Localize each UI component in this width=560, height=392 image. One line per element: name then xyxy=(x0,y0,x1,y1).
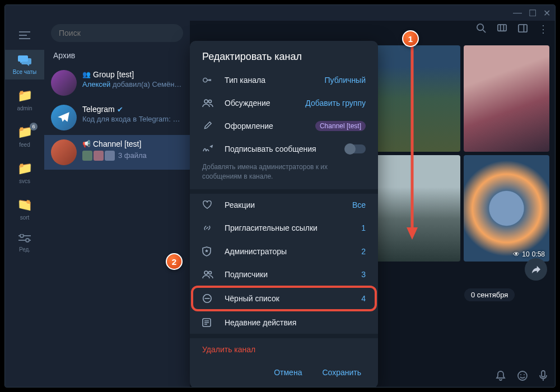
archive-row[interactable]: Архив xyxy=(44,45,190,66)
chat-item-group[interactable]: 👥Group [test] Алексей добавил(а) Семён… xyxy=(44,66,190,100)
svg-point-10 xyxy=(204,100,208,103)
row-value: 1 xyxy=(361,223,366,232)
folder-svcs[interactable]: 📁 svcs xyxy=(5,157,44,189)
badge-count: 6 xyxy=(30,123,38,130)
folder-sort[interactable]: 📁 sort xyxy=(5,193,44,225)
verified-icon: ✔ xyxy=(117,105,123,114)
chat-subtitle: Код для входа в Telegram: … xyxy=(82,115,183,123)
people-icon xyxy=(202,99,214,108)
row-channel-type[interactable]: Тип канала Публичный xyxy=(190,68,378,92)
share-button[interactable] xyxy=(525,258,547,281)
more-menu-icon[interactable]: ⋮ xyxy=(538,23,548,35)
row-label: Подписчики xyxy=(225,270,351,279)
search-input[interactable] xyxy=(51,24,183,42)
row-label: Пригласительные ссылки xyxy=(225,223,351,232)
list-icon xyxy=(202,318,214,327)
media-gallery: 👁 10 0:58 xyxy=(375,45,549,262)
shield-icon xyxy=(202,246,214,256)
nav-label: sort xyxy=(20,214,30,221)
group-icon: 👥 xyxy=(82,71,91,78)
folder-icon: 📁 xyxy=(17,88,32,103)
avatar xyxy=(51,139,77,165)
row-label: Администраторы xyxy=(225,247,351,256)
row-label: Тип канала xyxy=(225,76,314,85)
minimize-button[interactable]: — xyxy=(513,8,522,18)
chat-subtitle: 3 файла xyxy=(118,151,147,160)
hint-text: Добавлять имена администраторов к их соо… xyxy=(190,160,378,189)
chat-item-telegram[interactable]: Telegram ✔ Код для входа в Telegram: … xyxy=(44,100,190,135)
mute-icon[interactable] xyxy=(496,370,506,381)
row-invite-links[interactable]: Пригласительные ссылки 1 xyxy=(190,216,378,240)
folder-all-chats[interactable]: Все чаты xyxy=(5,50,44,80)
folder-sidebar: Все чаты 📁 admin 📁 6 feed 📁 svcs 📁 sort xyxy=(5,21,44,387)
row-value: 2 xyxy=(361,247,366,256)
nav-label: Все чаты xyxy=(13,69,36,75)
folder-icon: 📁 xyxy=(17,198,32,212)
row-delete-channel[interactable]: Удалить канал xyxy=(190,338,378,357)
svg-point-5 xyxy=(518,371,527,380)
svg-point-1 xyxy=(26,239,29,242)
maximize-button[interactable]: ☐ xyxy=(529,8,536,18)
eye-icon: 👁 xyxy=(513,250,520,258)
comments-icon[interactable] xyxy=(497,23,507,35)
media-thumbnail[interactable]: 👁 10 0:58 xyxy=(464,155,549,262)
chat-title: Telegram xyxy=(82,105,115,114)
avatar xyxy=(51,70,77,96)
row-subscribers[interactable]: Подписчики 3 xyxy=(190,263,378,286)
folder-feed[interactable]: 📁 6 feed xyxy=(5,120,44,152)
chat-subtitle: Алексей добавил(а) Семён… xyxy=(82,80,183,88)
row-theme[interactable]: Оформление Channel [test] xyxy=(190,114,378,138)
row-discussion[interactable]: Обсуждение Добавить группу xyxy=(190,92,378,114)
voice-icon[interactable] xyxy=(539,370,547,381)
row-label: Обсуждение xyxy=(225,99,295,108)
emoji-icon[interactable] xyxy=(517,370,528,381)
sidebar-toggle-icon[interactable] xyxy=(517,23,528,35)
edit-channel-modal: Редактировать канал Тип канала Публичный… xyxy=(190,41,378,388)
lock-icon xyxy=(202,75,214,85)
avatar xyxy=(51,105,77,130)
nav-label: Ред. xyxy=(19,246,30,253)
callout-2: 2 xyxy=(166,253,183,270)
row-administrators[interactable]: Администраторы 2 xyxy=(190,240,378,263)
svg-point-9 xyxy=(203,78,207,82)
separator xyxy=(190,334,378,338)
row-label: Удалить канал xyxy=(202,345,366,354)
folder-edit[interactable]: Ред. xyxy=(5,230,44,257)
chats-icon xyxy=(17,54,32,67)
svg-point-11 xyxy=(209,100,212,103)
close-button[interactable]: ✕ xyxy=(543,8,550,18)
search-icon[interactable] xyxy=(476,23,487,35)
row-reactions[interactable]: Реакции Все xyxy=(190,194,378,216)
row-blacklist[interactable]: Чёрный список 4 xyxy=(192,287,376,310)
folder-admin[interactable]: 📁 admin xyxy=(5,84,44,116)
menu-toggle-icon[interactable] xyxy=(15,25,35,45)
row-recent-actions[interactable]: Недавние действия xyxy=(190,311,378,334)
row-label: Подписывать сообщения xyxy=(225,144,335,153)
row-value: Channel [test] xyxy=(315,121,366,131)
block-icon xyxy=(202,293,214,304)
media-thumbnail[interactable] xyxy=(464,45,549,152)
window-titlebar: — ☐ ✕ xyxy=(5,5,555,21)
row-sign-messages[interactable]: Подписывать сообщения xyxy=(190,138,378,160)
row-value: 3 xyxy=(361,270,366,279)
views-counter: 👁 10 0:58 xyxy=(513,250,545,258)
row-value: 4 xyxy=(361,294,366,303)
chat-item-channel[interactable]: 📢Channel [test] 3 файла xyxy=(44,135,190,170)
row-value: Все xyxy=(352,200,366,209)
svg-rect-3 xyxy=(498,25,506,31)
row-label: Оформление xyxy=(225,122,305,130)
svg-point-13 xyxy=(209,271,212,274)
svg-point-0 xyxy=(20,234,24,237)
svg-rect-8 xyxy=(542,371,545,377)
save-button[interactable]: Сохранить xyxy=(314,363,369,381)
svg-marker-17 xyxy=(407,227,418,240)
heart-icon xyxy=(202,200,214,209)
svg-point-7 xyxy=(524,374,525,375)
row-label: Чёрный список xyxy=(225,294,351,303)
chat-title: Channel [test] xyxy=(93,139,141,148)
nav-label: svcs xyxy=(19,178,30,184)
toggle-switch[interactable] xyxy=(346,144,366,153)
people-icon xyxy=(202,270,214,279)
cancel-button[interactable]: Отмена xyxy=(266,363,310,381)
modal-title: Редактировать канал xyxy=(190,41,378,68)
